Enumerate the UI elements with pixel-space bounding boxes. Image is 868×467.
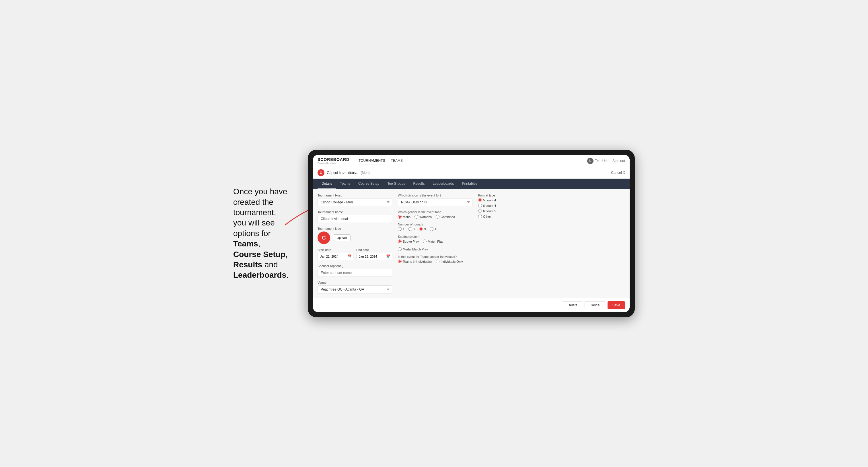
rounds-3[interactable]: 3 bbox=[419, 227, 426, 231]
logo-subtitle: Powered by clippd bbox=[317, 162, 349, 164]
middle-column: Which division is the event for? NCAA Di… bbox=[398, 194, 472, 293]
scoring-group: Scoring system Stroke Play Match Play bbox=[398, 235, 472, 251]
scoring-medal[interactable]: Medal Match Play bbox=[398, 247, 428, 251]
cancel-button[interactable]: Cancel X bbox=[611, 171, 625, 175]
format-group: Format type 5 count 4 6 count 4 bbox=[478, 194, 625, 218]
scoring-label: Scoring system bbox=[398, 235, 472, 238]
user-area: U Test User | Sign out bbox=[587, 158, 625, 164]
save-button[interactable]: Save bbox=[608, 301, 625, 309]
gender-mens-radio[interactable] bbox=[398, 215, 402, 219]
tab-results[interactable]: Results bbox=[409, 179, 429, 189]
tab-printables[interactable]: Printables bbox=[458, 179, 481, 189]
format-label: Format type bbox=[478, 194, 625, 197]
tournament-header: C Clippd Invitational (Men) Cancel X bbox=[313, 167, 630, 179]
teams-radio-group: Teams (+Individuals) Individuals Only bbox=[398, 259, 472, 263]
division-label: Which division is the event for? bbox=[398, 194, 472, 197]
top-navigation: SCOREBOARD Powered by clippd TOURNAMENTS… bbox=[313, 155, 630, 167]
tournament-host-group: Tournament Host Clippd College - Men bbox=[317, 194, 392, 206]
end-date-wrap: 📅 bbox=[356, 253, 392, 260]
tournament-name-input[interactable] bbox=[317, 215, 392, 223]
rounds-1-radio[interactable] bbox=[398, 227, 402, 231]
upload-button[interactable]: Upload bbox=[333, 235, 350, 241]
rounds-4-radio[interactable] bbox=[430, 227, 433, 231]
teams-label: Is this event for Teams and/or Individua… bbox=[398, 255, 472, 258]
sponsor-input[interactable] bbox=[317, 269, 392, 277]
gender-combined[interactable]: Combined bbox=[436, 215, 455, 219]
logo-text: SCOREBOARD bbox=[317, 157, 349, 162]
nav-links: TOURNAMENTS TEAMS bbox=[359, 157, 580, 164]
tournament-host-select[interactable]: Clippd College - Men bbox=[317, 198, 392, 206]
rounds-radio-group: 1 2 3 4 bbox=[398, 227, 472, 231]
end-date-group: End date 📅 bbox=[356, 248, 392, 260]
tournament-gender: (Men) bbox=[361, 171, 370, 175]
format-6count4-radio[interactable] bbox=[478, 204, 482, 208]
delete-button[interactable]: Delete bbox=[563, 301, 583, 309]
sponsor-group: Sponsor (optional) bbox=[317, 264, 392, 277]
gender-combined-radio[interactable] bbox=[436, 215, 439, 219]
end-date-label: End date bbox=[356, 248, 392, 252]
instructional-text: Once you havecreated thetournament,you w… bbox=[233, 186, 296, 281]
tab-tee-groups[interactable]: Tee Groups bbox=[383, 179, 409, 189]
right-column: Format type 5 count 4 6 count 4 bbox=[478, 194, 625, 293]
logo-preview: C bbox=[317, 231, 330, 244]
start-date-wrap: 📅 bbox=[317, 253, 353, 260]
scoring-stroke[interactable]: Stroke Play bbox=[398, 240, 419, 243]
gender-womens-radio[interactable] bbox=[414, 215, 418, 219]
tournament-host-label: Tournament Host bbox=[317, 194, 392, 197]
gender-womens[interactable]: Womens bbox=[414, 215, 432, 219]
rounds-group: Number of rounds 1 2 bbox=[398, 223, 472, 231]
calendar-icon-2: 📅 bbox=[386, 254, 391, 258]
venue-group: Venue Peachtree GC - Atlanta - GA bbox=[317, 281, 392, 293]
start-date-label: Start date bbox=[317, 248, 353, 252]
scoring-stroke-radio[interactable] bbox=[398, 240, 402, 243]
individuals-only[interactable]: Individuals Only bbox=[436, 259, 463, 263]
start-date-group: Start date 📅 bbox=[317, 248, 353, 260]
individuals-only-radio[interactable] bbox=[436, 259, 439, 263]
tournament-name-label: Tournament name bbox=[317, 210, 392, 214]
format-5count4-radio[interactable] bbox=[478, 198, 482, 202]
tab-leaderboards[interactable]: Leaderboards bbox=[429, 179, 458, 189]
logo: SCOREBOARD Powered by clippd bbox=[317, 157, 349, 164]
division-select[interactable]: NCAA Division III bbox=[398, 198, 472, 206]
tournament-name-group: Tournament name bbox=[317, 210, 392, 223]
sponsor-label: Sponsor (optional) bbox=[317, 264, 392, 268]
venue-select[interactable]: Peachtree GC - Atlanta - GA bbox=[317, 285, 392, 293]
format-5count4[interactable]: 5 count 4 bbox=[478, 198, 625, 202]
teams-and-individuals[interactable]: Teams (+Individuals) bbox=[398, 259, 432, 263]
nav-teams[interactable]: TEAMS bbox=[391, 157, 403, 164]
date-row: Start date 📅 End date 📅 bbox=[317, 248, 392, 260]
user-avatar: U bbox=[587, 158, 593, 164]
main-content: Tournament Host Clippd College - Men Tou… bbox=[313, 189, 630, 298]
format-other[interactable]: Other bbox=[478, 215, 625, 218]
tournament-icon: C bbox=[317, 169, 324, 176]
nav-tournaments[interactable]: TOURNAMENTS bbox=[359, 157, 385, 164]
venue-label: Venue bbox=[317, 281, 392, 284]
scoring-radio-group: Stroke Play Match Play Medal Match Play bbox=[398, 240, 472, 251]
scoring-match[interactable]: Match Play bbox=[423, 240, 443, 243]
tab-details[interactable]: Details bbox=[317, 179, 336, 189]
cancel-footer-button[interactable]: Cancel bbox=[585, 301, 605, 309]
gender-group: Which gender is the event for? Mens Wome… bbox=[398, 210, 472, 219]
rounds-2[interactable]: 2 bbox=[408, 227, 415, 231]
tablet-screen: SCOREBOARD Powered by clippd TOURNAMENTS… bbox=[313, 155, 630, 312]
tab-course-setup[interactable]: Course Setup bbox=[354, 179, 383, 189]
rounds-3-radio[interactable] bbox=[419, 227, 423, 231]
rounds-4[interactable]: 4 bbox=[430, 227, 436, 231]
teams-and-individuals-radio[interactable] bbox=[398, 259, 402, 263]
format-6count4[interactable]: 6 count 4 bbox=[478, 204, 625, 208]
rounds-1[interactable]: 1 bbox=[398, 227, 404, 231]
tablet-device: SCOREBOARD Powered by clippd TOURNAMENTS… bbox=[308, 150, 635, 317]
rounds-label: Number of rounds bbox=[398, 223, 472, 226]
calendar-icon: 📅 bbox=[347, 254, 352, 258]
format-6count5-radio[interactable] bbox=[478, 209, 482, 213]
left-column: Tournament Host Clippd College - Men Tou… bbox=[317, 194, 392, 293]
gender-label: Which gender is the event for? bbox=[398, 210, 472, 214]
scoring-match-radio[interactable] bbox=[423, 240, 427, 243]
rounds-2-radio[interactable] bbox=[408, 227, 412, 231]
format-6count5[interactable]: 6 count 5 bbox=[478, 209, 625, 213]
tab-teams[interactable]: Teams bbox=[336, 179, 354, 189]
gender-mens[interactable]: Mens bbox=[398, 215, 410, 219]
scoring-medal-radio[interactable] bbox=[398, 247, 402, 251]
format-other-radio[interactable] bbox=[478, 215, 482, 218]
user-label[interactable]: Test User | Sign out bbox=[595, 159, 625, 163]
